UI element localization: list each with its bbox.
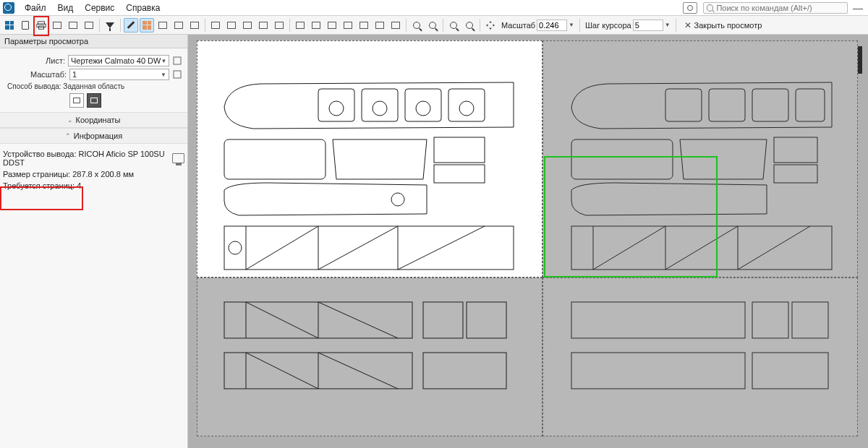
clear-sheet-button[interactable]: [171, 55, 183, 66]
method-region-button[interactable]: [87, 93, 101, 108]
close-preview-label: Закрыть просмотр: [694, 21, 762, 30]
active-page-outline: [544, 156, 718, 277]
menu-file[interactable]: Файл: [19, 1, 52, 14]
zoom-out-button[interactable]: [462, 18, 477, 33]
svg-rect-47: [467, 302, 506, 338]
tool-l[interactable]: [388, 18, 403, 33]
scale-label: Масштаб: [501, 21, 535, 30]
tool-k[interactable]: [373, 18, 387, 33]
svg-line-21: [246, 226, 318, 270]
svg-rect-15: [224, 139, 326, 179]
edit-button[interactable]: [124, 18, 138, 33]
scale-label: Масштаб:: [4, 70, 69, 79]
canvas-area[interactable]: [188, 35, 868, 448]
chevron-down-icon[interactable]: ▼: [569, 22, 574, 28]
pan-button[interactable]: [483, 18, 498, 33]
svg-point-18: [391, 193, 404, 206]
svg-line-40: [738, 226, 810, 270]
print-button[interactable]: [34, 18, 48, 33]
coords-section-label: Координаты: [76, 116, 121, 124]
grid2-button[interactable]: [82, 18, 96, 33]
sheet-value: Чертежи Calmato 40 DW: [71, 56, 161, 65]
tool-d[interactable]: [256, 18, 271, 33]
svg-point-11: [329, 101, 344, 116]
tool-g[interactable]: [309, 18, 323, 33]
pages-value: 4: [77, 181, 81, 190]
coords-section-header[interactable]: ⌄ Координаты: [0, 112, 187, 128]
svg-point-12: [373, 101, 387, 116]
svg-rect-30: [796, 89, 825, 121]
align-button[interactable]: [156, 18, 170, 33]
zoom-in-button[interactable]: [446, 18, 461, 33]
layout-button[interactable]: [66, 18, 80, 33]
scale-control[interactable]: Масштаб ▼: [501, 20, 574, 31]
svg-rect-19: [224, 226, 514, 270]
method-full-button[interactable]: [69, 93, 84, 108]
align2-button[interactable]: [171, 18, 186, 33]
toolbar: Масштаб ▼ Шаг курсора ▼ ✕ Закрыть просмо…: [0, 16, 868, 35]
svg-rect-27: [665, 89, 702, 121]
dark-grid-button[interactable]: [140, 18, 154, 33]
tool-j[interactable]: [357, 18, 371, 33]
page-icon[interactable]: [18, 18, 33, 33]
chevron-up-icon: ⌃: [65, 132, 71, 139]
scale-combo[interactable]: 1 ▼: [69, 69, 169, 80]
menu-service[interactable]: Сервис: [79, 1, 120, 14]
svg-point-26: [229, 241, 242, 254]
cursor-step-label: Шаг курсора: [585, 21, 631, 30]
svg-rect-16: [434, 137, 485, 163]
pagesize-value: 287.8 x 200.8 мм: [72, 170, 134, 178]
chevron-down-icon[interactable]: ▼: [665, 22, 671, 28]
svg-line-25: [398, 226, 485, 270]
svg-rect-10: [448, 89, 485, 121]
close-icon: ✕: [684, 20, 692, 30]
tool-b[interactable]: [224, 18, 239, 33]
chevron-down-icon: ⌄: [67, 116, 73, 124]
svg-rect-46: [423, 302, 463, 338]
cursor-step-control[interactable]: Шаг курсора ▼: [585, 20, 671, 31]
svg-rect-32: [774, 137, 817, 163]
device-label: Устройство вывода:: [3, 150, 77, 158]
minimize-ribbon-icon[interactable]: —: [851, 2, 865, 14]
chevron-down-icon[interactable]: ▼: [161, 72, 166, 78]
clear-scale-button[interactable]: [171, 69, 183, 80]
svg-rect-57: [571, 353, 745, 389]
zoom-window-button[interactable]: [425, 18, 440, 33]
grid-view-button[interactable]: [2, 18, 17, 33]
cursor-step-input[interactable]: [633, 20, 663, 31]
menu-bar: Файл Вид Сервис Справка —: [0, 0, 868, 16]
svg-rect-53: [423, 353, 506, 389]
camera-icon[interactable]: [683, 2, 697, 14]
svg-line-43: [246, 302, 318, 338]
tool-h[interactable]: [325, 18, 339, 33]
command-search-input[interactable]: [716, 4, 844, 12]
close-preview-button[interactable]: ✕ Закрыть просмотр: [684, 20, 762, 30]
scale-input[interactable]: [537, 20, 567, 31]
tool-i[interactable]: [341, 18, 355, 33]
search-icon: [707, 4, 713, 12]
tiles-button[interactable]: [50, 18, 64, 33]
svg-line-52: [318, 353, 398, 389]
svg-rect-33: [774, 165, 817, 183]
tool-e[interactable]: [272, 18, 286, 33]
info-section-header[interactable]: ⌃ Информация: [0, 128, 187, 144]
svg-line-50: [246, 353, 318, 389]
pagesize-label: Размер страницы:: [3, 170, 70, 178]
preview-params-panel: Параметры просмотра Лист: Чертежи Calmat…: [0, 35, 188, 448]
tool-c[interactable]: [240, 18, 255, 33]
svg-rect-8: [362, 89, 398, 121]
sheet-combo[interactable]: Чертежи Calmato 40 DW ▼: [68, 55, 169, 66]
zoom-fit-button[interactable]: [409, 18, 424, 33]
command-search[interactable]: [703, 2, 848, 14]
chevron-down-icon[interactable]: ▼: [161, 58, 166, 64]
svg-line-23: [318, 226, 398, 270]
tool-a[interactable]: [208, 18, 223, 33]
menu-help[interactable]: Справка: [120, 1, 166, 14]
printer-icon[interactable]: [172, 153, 184, 163]
filter-button[interactable]: [103, 18, 117, 33]
align3-button[interactable]: [187, 18, 202, 33]
menu-view[interactable]: Вид: [52, 1, 80, 14]
sheet-label: Лист:: [4, 56, 68, 65]
svg-rect-56: [792, 302, 828, 338]
tool-f[interactable]: [293, 18, 307, 33]
